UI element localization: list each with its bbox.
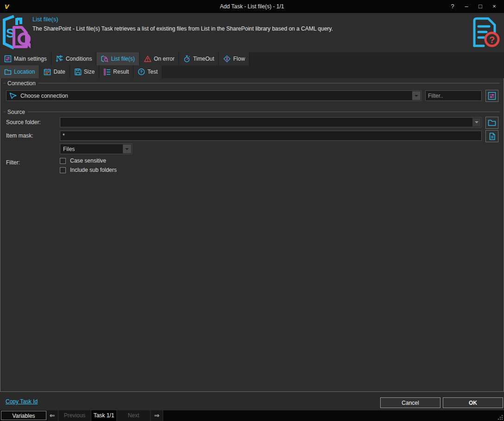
source-folder-label: Source folder: [6, 119, 41, 126]
connection-settings-icon [488, 92, 496, 100]
copy-task-id-link[interactable]: Copy Task Id [6, 398, 38, 405]
chevron-down-icon[interactable] [472, 118, 481, 126]
task-header: S List file(s) The SharePoint - List fil… [0, 13, 504, 52]
minimize-button[interactable]: – [459, 0, 473, 13]
main-tab-bar: Main settings Conditions List file(s) [0, 52, 504, 65]
browse-folder-button[interactable] [485, 117, 498, 129]
tab-list-files[interactable]: List file(s) [96, 52, 139, 65]
next-arrow-icon[interactable]: ⇒ [151, 410, 163, 421]
tab-label: Conditions [66, 56, 92, 62]
dialog-footer: Copy Task Id Cancel OK [0, 392, 504, 410]
result-list-icon [103, 68, 111, 75]
tab-on-error[interactable]: On error [140, 52, 179, 65]
svg-text:?: ? [140, 69, 143, 74]
folder-icon [4, 68, 12, 75]
window-controls: ? – □ × [446, 0, 501, 13]
folder-icon [488, 119, 496, 126]
floppy-disk-icon [74, 68, 82, 75]
titlebar: v Add Task - List file(s) - 1/1 ? – □ × [0, 0, 504, 13]
case-sensitive-row: Case sensitive [60, 157, 106, 164]
connection-settings-button[interactable] [485, 90, 498, 102]
item-mask-label: Item mask: [6, 132, 33, 139]
sharepoint-list-icon [101, 55, 108, 63]
item-mask-input[interactable] [60, 131, 482, 141]
chevron-down-icon[interactable] [123, 145, 131, 153]
tab-label: Main settings [14, 56, 47, 62]
tab-location[interactable]: Location [0, 65, 39, 78]
connection-cursor-icon [9, 92, 17, 99]
tab-size[interactable]: Size [70, 65, 99, 78]
include-sub-folders-label: Include sub folders [70, 167, 117, 173]
settings-sliders-icon [4, 55, 12, 63]
group-divider [28, 112, 500, 112]
maximize-button[interactable]: □ [473, 0, 487, 13]
task-description: The SharePoint - List file(s) Task retri… [32, 25, 333, 32]
conditions-branch-icon [56, 55, 64, 63]
tab-label: Date [53, 69, 65, 75]
tab-label: On error [154, 56, 175, 62]
item-type-value: Files [63, 146, 75, 152]
close-button[interactable]: × [487, 0, 501, 13]
error-triangle-icon [144, 55, 152, 63]
calendar-icon [44, 68, 51, 75]
tab-conditions[interactable]: Conditions [51, 52, 97, 65]
next-task-button[interactable]: Next [117, 410, 151, 421]
sub-tab-bar: Location Date Size [0, 65, 504, 78]
tab-main-settings[interactable]: Main settings [0, 52, 51, 65]
connection-filter-input[interactable] [425, 90, 482, 101]
stopwatch-icon [183, 55, 191, 63]
source-folder-combobox[interactable] [60, 117, 482, 127]
bottom-bar: Variables ⇐ Previous Task 1/1 Next ⇒ [0, 410, 504, 421]
source-group-header: Source [3, 109, 500, 115]
tab-label: Location [14, 69, 35, 75]
visualcron-logo-icon: v [5, 1, 9, 12]
flow-diamond-icon [223, 55, 231, 63]
task-counter: Task 1/1 [91, 410, 117, 421]
document-help-icon: ? [472, 16, 500, 50]
previous-task-button[interactable]: Previous [58, 410, 91, 421]
tab-test[interactable]: ? Test [134, 65, 162, 78]
include-sub-folders-checkbox[interactable] [60, 167, 66, 173]
resize-grip[interactable] [502, 419, 503, 420]
group-divider [38, 83, 500, 83]
tab-label: List file(s) [111, 56, 134, 62]
variables-button[interactable]: Variables [1, 411, 46, 420]
tab-label: Test [147, 69, 158, 75]
tab-label: TimeOut [193, 56, 214, 62]
case-sensitive-label: Case sensitive [70, 157, 106, 164]
connection-group-header: Connection [3, 80, 500, 86]
help-button[interactable]: ? [446, 0, 459, 13]
svg-text:?: ? [489, 35, 495, 45]
tab-label: Flow [233, 56, 245, 62]
tab-label: Size [84, 69, 95, 75]
connection-dropdown-value: Choose connection [20, 93, 68, 99]
tab-date[interactable]: Date [39, 65, 70, 78]
connection-dropdown[interactable]: Choose connection [6, 90, 421, 101]
question-circle-icon: ? [138, 68, 145, 75]
previous-arrow-icon[interactable]: ⇐ [46, 410, 58, 421]
connection-group-label: Connection [7, 80, 36, 87]
task-title: List file(s) [32, 16, 58, 23]
sharepoint-task-icon: S [1, 14, 31, 53]
source-group-label: Source [7, 109, 25, 115]
cancel-button[interactable]: Cancel [380, 397, 440, 408]
content-panel: Connection Choose connection Source S [0, 78, 504, 392]
ok-button[interactable]: OK [443, 397, 503, 408]
document-icon [489, 132, 496, 140]
edit-mask-button[interactable] [485, 130, 498, 142]
tab-flow[interactable]: Flow [219, 52, 249, 65]
chevron-down-icon[interactable] [412, 91, 421, 100]
tab-timeout[interactable]: TimeOut [179, 52, 219, 65]
tab-label: Result [113, 69, 129, 75]
case-sensitive-checkbox[interactable] [60, 158, 66, 164]
tab-result[interactable]: Result [99, 65, 134, 78]
item-type-dropdown[interactable]: Files [60, 144, 132, 154]
include-sub-folders-row: Include sub folders [60, 167, 117, 173]
filter-label: Filter: [6, 159, 20, 166]
window-title: Add Task - List file(s) - 1/1 [220, 3, 284, 10]
